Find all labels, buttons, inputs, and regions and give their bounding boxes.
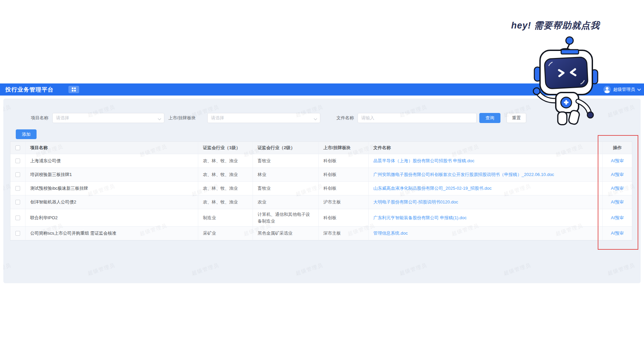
table-row: 联合利华IPO2 制造业 计算机、通信和其他电子设备制造业 科创板 广东利元亨智… [10,209,632,227]
industry1-cell: 制造业 [198,209,253,226]
col-header-board: 上市/挂牌板块 [319,142,369,154]
col-header-industry2: 证监会行业（2级） [253,142,319,154]
helper-bubble-text: hey! 需要帮助就点我 [511,19,632,32]
industry1-cell: 采矿业 [198,227,253,240]
watermark: 超级管理员 [503,262,532,277]
industry1-cell: 农、林、牧、渔业 [198,154,253,168]
row-checkbox[interactable] [15,200,20,204]
industry1-cell: 农、林、牧、渔业 [198,168,253,181]
search-button[interactable]: 查询 [479,113,500,123]
col-header-action: 操作 [603,142,632,154]
industry2-cell: 黑色金属矿采选业 [253,227,319,240]
reset-button[interactable]: 重置 [506,113,526,123]
board-label: 上市/挂牌板块 [168,113,196,123]
project-name-cell: 上海浦东公司债 [25,154,198,168]
robot-mascot-icon[interactable] [532,36,604,131]
ai-review-link[interactable]: AI预审 [611,185,624,192]
robot-hand-left [533,88,540,95]
table-row: 公司简称scs上市公司并购重组 需证监会核准 采矿业 黑色金属矿采选业 深市主板… [10,227,632,240]
robot-screen [544,57,588,89]
ai-review-link[interactable]: AI预审 [611,199,624,205]
industry2-cell: 计算机、通信和其他电子设备制造业 [253,209,319,226]
file-link[interactable]: 晶晨半导体（上海）股份有限公司招股书 申报稿.doc [373,158,474,164]
col-header-project: 项目名称 [25,142,198,154]
chevron-down-icon [637,87,641,91]
table-row: 培训校验新三板挂牌1 农、林、牧、渔业 林业 科创板 广州安凯微电子股份有限公司… [10,168,632,182]
user-avatar-icon [603,86,611,93]
table-row: 创洋智能机器人公司债2 农、林、牧、渔业 农业 沪市主板 大明电子股份有限公司-… [10,195,632,209]
board-cell: 深市主板 [319,227,369,240]
watermark: 超级管理员 [399,262,428,277]
file-link[interactable]: 广东利元亨智能装备股份有限公司 申报稿(1).doc [373,215,467,221]
watermark: 超级管理员 [3,262,12,277]
page: hey! 需要帮助就点我 [0,0,644,362]
row-checkbox[interactable] [15,216,20,220]
file-link[interactable]: 管理信息系统.doc [373,230,408,237]
row-checkbox[interactable] [15,159,20,163]
robot-antenna-ball [566,37,573,44]
table-row: 上海浦东公司债 农、林、牧、渔业 畜牧业 科创板 晶晨半导体（上海）股份有限公司… [10,154,632,168]
project-name-cell: 创洋智能机器人公司债2 [25,195,198,209]
app-title: 投行业务管理平台 [5,86,54,94]
industry1-cell: 农、林、牧、渔业 [198,182,253,195]
project-name-cell: 培训校验新三板挂牌1 [25,168,198,181]
user-menu[interactable]: 超级管理员 [603,83,640,96]
industry2-cell: 畜牧业 [253,182,319,195]
ai-review-link[interactable]: AI预审 [611,230,624,237]
chevron-down-icon [158,117,161,120]
industry2-cell: 林业 [253,168,319,181]
project-name-cell: 公司简称scs上市公司并购重组 需证监会核准 [25,227,198,240]
project-name-label: 项目名称 [31,113,48,123]
file-link[interactable]: 山东威高血液净化制品股份有限公司_2025-02-19_招股书.doc [373,185,492,192]
chevron-down-icon [314,117,317,120]
board-cell: 科创板 [319,168,369,181]
user-name: 超级管理员 [613,86,635,93]
ai-review-link[interactable]: AI预审 [611,171,624,178]
board-cell: 科创板 [319,209,369,226]
industry2-cell: 农业 [253,195,319,209]
watermark: 超级管理员 [607,262,636,277]
row-checkbox[interactable] [15,186,20,191]
ai-review-link[interactable]: AI预审 [611,158,624,164]
board-cell: 沪市主板 [319,195,369,209]
add-button[interactable]: 添加 [16,129,37,139]
table-row: 测试预校验ibc极速新三板挂牌 农、林、牧、渔业 畜牧业 科创板 山东威高血液净… [10,182,632,195]
table-body: 上海浦东公司债 农、林、牧、渔业 畜牧业 科创板 晶晨半导体（上海）股份有限公司… [10,154,632,240]
file-name-label: 文件名称 [336,113,354,123]
projects-table: 项目名称 证监会行业（1级） 证监会行业（2级） 上市/挂牌板块 文件名称 操作… [10,141,632,241]
row-checkbox[interactable] [15,231,20,236]
table-header-row: 项目名称 证监会行业（1级） 证监会行业（2级） 上市/挂牌板块 文件名称 操作 [10,142,632,154]
col-header-file: 文件名称 [369,142,603,154]
apps-grid-icon[interactable] [68,86,79,93]
ai-review-link[interactable]: AI预审 [611,215,624,221]
file-link[interactable]: 大明电子股份有限公司-招股说明书0120.doc [373,199,458,205]
board-cell: 科创板 [319,182,369,195]
watermark: 超级管理员 [191,262,220,277]
select-all-checkbox[interactable] [15,145,20,150]
col-header-industry1: 证监会行业（1级） [198,142,253,154]
project-name-cell: 联合利华IPO2 [25,209,198,226]
robot-hand-right [587,112,593,118]
project-name-select[interactable]: 请选择 [52,113,164,123]
file-link[interactable]: 广州安凯微电子股份有限公司科创板首次公开发行股票招股说明书（申报稿）_2022.… [373,171,554,178]
industry1-cell: 农、林、牧、渔业 [198,195,253,209]
industry2-cell: 畜牧业 [253,154,319,168]
row-checkbox[interactable] [15,172,20,177]
watermark: 超级管理员 [295,262,324,277]
file-name-input[interactable]: 请输入 [358,113,477,123]
board-cell: 科创板 [319,154,369,168]
project-name-cell: 测试预校验ibc极速新三板挂牌 [25,182,198,195]
robot-leg-left [558,112,567,125]
watermark: 超级管理员 [87,262,116,277]
board-select[interactable]: 请选择 [207,113,320,123]
